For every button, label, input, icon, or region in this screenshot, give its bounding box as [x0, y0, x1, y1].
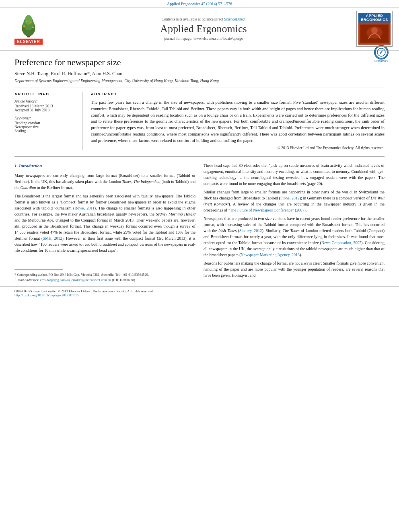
issn-line: 0003-6870/$ – see front matter © 2013 El…	[14, 289, 385, 293]
elsevier-tree-icon	[12, 13, 45, 37]
journal-title-area: Contents lists available at ScienceDirec…	[55, 17, 352, 41]
body-columns: 1. Introduction Many newspapers are curr…	[14, 162, 385, 282]
email-footnote: E-mail addresses: erroldot@cpg.com.au, e…	[14, 277, 195, 283]
affiliation: Department of Systems Engineering and En…	[14, 78, 385, 83]
svg-point-6	[26, 21, 28, 22]
left-column: 1. Introduction Many newspapers are curr…	[14, 162, 195, 282]
elsevier-logo-area: ELSEVIER	[6, 13, 51, 45]
authors: Steve N.H. Tsang, Errol R. Hoffmann*, Al…	[14, 71, 385, 77]
email-label: E-mail addresses:	[14, 278, 39, 282]
article-info-panel: ARTICLE INFO Article history: Received 1…	[14, 92, 83, 150]
ae-logo-area: APPLIEDERGONOMICS	[356, 11, 393, 47]
svg-point-4	[23, 25, 25, 27]
accepted-date: Accepted 31 July 2013	[14, 108, 78, 112]
article-info-heading: ARTICLE INFO	[14, 92, 78, 96]
footnote-divider	[14, 269, 63, 270]
article-metadata-columns: ARTICLE INFO Article history: Received 1…	[14, 88, 385, 150]
intro-para-1: Many newspapers are currently changing f…	[14, 173, 195, 191]
ref-stone-2012[interactable]: Stone, 2012	[280, 196, 300, 200]
doi-line: http://dx.doi.org/10.1016/j.apergo.2013.…	[14, 293, 385, 297]
sciencedirect-link[interactable]: ScienceDirect	[224, 17, 245, 21]
ae-logo-image	[358, 23, 391, 45]
sciencedirect-line: Contents lists available at ScienceDirec…	[55, 17, 352, 21]
journal-citation: Applied Ergonomics 45 (2014) 571–576	[167, 2, 232, 6]
right-para-1: These head caps had 80 electrodes that "…	[204, 162, 385, 187]
history-section: Article history: Received 13 March 2013 …	[14, 99, 78, 112]
keyword-2: Newspaper size	[14, 125, 78, 129]
journal-homepage: journal homepage: www.elsevier.com/locat…	[55, 37, 352, 41]
keywords-label: Keywords:	[14, 116, 78, 120]
keywords-section: Keywords: Reading comfort Newspaper size…	[14, 116, 78, 133]
history-label: Article history:	[14, 99, 78, 103]
page-footer: 0003-6870/$ – see front matter © 2013 El…	[0, 286, 399, 300]
ref-news-corp-2005[interactable]: News Corporation, 2005	[321, 240, 361, 245]
journal-header: ELSEVIER Contents lists available at Sci…	[0, 8, 399, 51]
svg-point-7	[30, 22, 32, 23]
svg-text:✓: ✓	[379, 49, 384, 55]
ref-smh-2012[interactable]: SMH, 2012	[43, 236, 62, 240]
copyright-line: © 2013 Elsevier Ltd and The Ergonomics S…	[91, 146, 385, 150]
intro-para-2: The Broadsheet is the largest format and…	[14, 193, 195, 253]
top-bar: Applied Ergonomics 45 (2014) 571–576	[0, 0, 399, 8]
ref-nma-2013[interactable]: Newspaper Marketing Agency, 2013	[241, 253, 300, 257]
paper-title: Preference for newspaper size	[14, 57, 385, 68]
body-divider	[14, 156, 385, 157]
keyword-1: Reading comfort	[14, 121, 78, 125]
abstract-heading: ABSTRACT	[91, 92, 385, 96]
corresponding-author-note: * Corresponding author. PO Box 89, Halls…	[14, 272, 195, 277]
abstract-text: The past few years has seen a change in …	[91, 99, 385, 144]
right-para-4: Reasons for publishers making the change…	[204, 260, 385, 278]
ref-slattery-2012[interactable]: Slattery, 2012	[239, 228, 262, 233]
email-link-1[interactable]: erroldot@cpg.com.au	[40, 278, 70, 282]
ref-future-newspapers[interactable]: "The Future of Newspapers Conference" (2…	[228, 208, 306, 212]
right-para-3: Newspapers that are produced in two size…	[204, 216, 385, 258]
doi-link[interactable]: http://dx.doi.org/10.1016/j.apergo.2013.…	[14, 293, 79, 297]
right-para-2: Similar changes from large to smaller fo…	[204, 189, 385, 213]
svg-point-3	[25, 15, 32, 25]
right-column: These head caps had 80 electrodes that "…	[204, 162, 385, 282]
main-content: ✓ CrossMark Preference for newspaper siz…	[0, 51, 399, 286]
email-link-2[interactable]: erroldot@netconnect.com.au	[72, 278, 111, 282]
keyword-3: Scaling	[14, 129, 78, 133]
elsevier-wordmark: ELSEVIER	[14, 39, 42, 45]
ref-rowe-2011[interactable]: Rowe, 2011	[74, 206, 95, 210]
journal-title: Applied Ergonomics	[55, 23, 352, 35]
svg-point-5	[32, 26, 34, 28]
received-date: Received 13 March 2013	[14, 104, 78, 108]
crossmark-badge[interactable]: ✓ CrossMark	[374, 45, 389, 62]
svg-point-10	[371, 27, 378, 34]
abstract-panel: ABSTRACT The past few years has seen a c…	[91, 92, 385, 150]
section-1-heading: 1. Introduction	[14, 162, 195, 169]
